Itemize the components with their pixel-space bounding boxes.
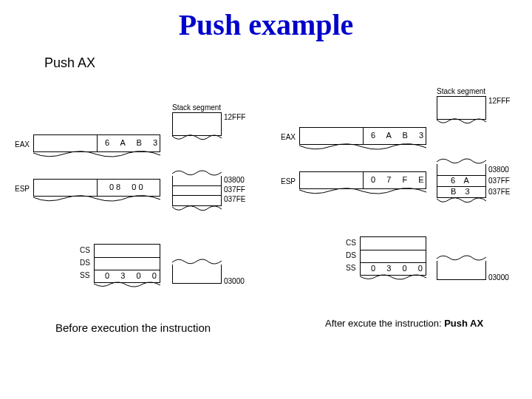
ss-value: 0 3 0 0 (371, 264, 425, 273)
esp-value: 0 7 F E (371, 175, 426, 184)
esp-split (97, 180, 98, 196)
tear-icon (172, 259, 222, 265)
tear-icon (360, 274, 426, 280)
addr-03800: 03800 (224, 176, 245, 184)
row-div (361, 262, 426, 263)
tear-icon (172, 134, 222, 140)
stack-top-box (172, 112, 222, 136)
mem-037FE: B 3 (451, 187, 471, 196)
label-eax: EAX (281, 133, 296, 141)
label-ss: SS (80, 271, 89, 279)
addr-12FFF: 12FFF (224, 113, 245, 121)
tear-icon (437, 255, 486, 261)
tear-icon (94, 282, 160, 287)
ss-value: 0 3 0 0 (105, 271, 159, 280)
addr-12FFF: 12FFF (488, 97, 510, 105)
tear-icon (33, 195, 160, 201)
before-caption: Before execution the instruction (55, 321, 211, 334)
row-div (361, 250, 426, 250)
stack-bottom-box (437, 261, 486, 280)
row-div (95, 257, 160, 258)
tear-icon (172, 205, 222, 211)
stack-bottom-box (172, 265, 222, 284)
esp-value: 08 00 (109, 183, 146, 191)
addr-037FE: 037FE (488, 188, 510, 196)
row-div (173, 185, 221, 186)
addr-03000: 03000 (488, 273, 509, 282)
label-ss: SS (346, 264, 355, 272)
after-caption-instr: Push AX (444, 318, 483, 329)
tear-icon (299, 188, 426, 194)
eax-split (97, 135, 98, 151)
eax-split (363, 128, 364, 144)
label-esp: ESP (281, 177, 296, 185)
label-ds: DS (346, 251, 356, 259)
label-eax: EAX (15, 140, 30, 149)
tear-icon (299, 143, 426, 149)
addr-03000: 03000 (224, 277, 245, 285)
label-stack-segment: Stack segment (172, 103, 221, 112)
addr-037FF: 037FF (224, 185, 245, 194)
esp-split (363, 172, 364, 188)
label-esp: ESP (15, 185, 30, 193)
addr-037FF: 037FF (488, 177, 510, 185)
eax-value: 6 A B 3 (105, 138, 160, 147)
label-cs: CS (346, 239, 356, 247)
eax-value: 6 A B 3 (371, 131, 426, 140)
slide: Push example Push AX Stack segment 12FFF… (0, 0, 532, 399)
tear-icon (172, 170, 222, 176)
tear-icon (437, 158, 486, 164)
addr-03800: 03800 (488, 166, 509, 174)
subtitle: Push AX (44, 55, 95, 71)
after-caption: After excute the instruction: Push AX (325, 318, 483, 329)
mem-037FF: 6 A (451, 176, 471, 185)
row-div (95, 270, 160, 270)
addr-037FE: 037FE (224, 195, 245, 203)
after-caption-text: After excute the instruction: (325, 318, 444, 329)
row-div (173, 195, 221, 196)
tear-icon (437, 197, 486, 203)
stack-top-box (437, 96, 486, 120)
before-panel: Stack segment 12FFF EAX 6 A B 3 ESP 08 0… (15, 111, 266, 377)
label-cs: CS (80, 246, 90, 254)
label-stack-segment: Stack segment (437, 87, 485, 95)
after-panel: Stack segment 12FFF EAX 6 A B 3 ESP 0 7 … (281, 111, 525, 377)
tear-icon (33, 151, 160, 157)
label-ds: DS (80, 259, 90, 267)
page-title: Push example (0, 7, 532, 42)
stack-mid-box (172, 176, 222, 206)
tear-icon (437, 118, 486, 124)
